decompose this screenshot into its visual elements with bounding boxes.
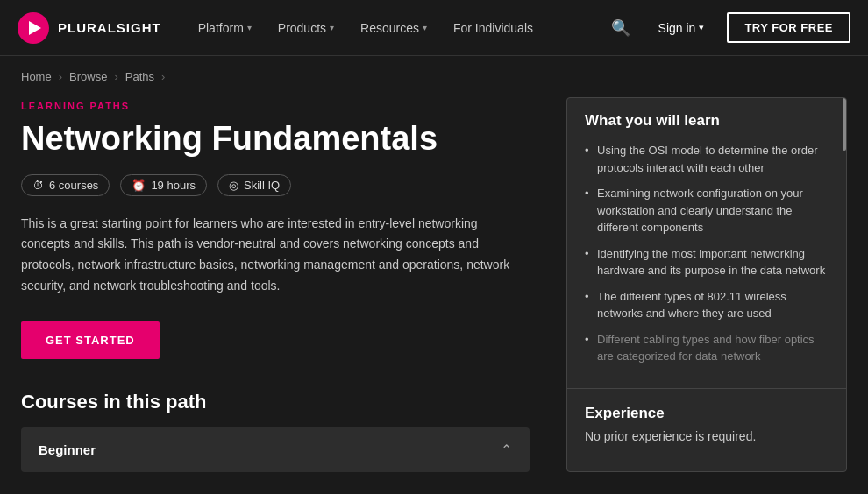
nav-links: Platform ▾ Products ▾ Resources ▾ For In…	[188, 14, 606, 42]
main-content: LEARNING PATHS Networking Fundamentals ⏱…	[0, 97, 868, 472]
breadcrumb-sep-3: ›	[161, 70, 165, 83]
experience-title: Experience	[585, 405, 829, 422]
page-title: Networking Fundamentals	[21, 120, 540, 159]
breadcrumb-sep-1: ›	[59, 70, 62, 83]
nav-for-individuals[interactable]: For Individuals	[443, 14, 544, 42]
try-free-button[interactable]: TRY FOR FREE	[727, 12, 850, 43]
get-started-button[interactable]: GET STARTED	[21, 321, 160, 359]
learn-section-title: What you will learn	[585, 112, 829, 130]
experience-section: Experience No prior experience is requir…	[567, 389, 846, 459]
nav-resources[interactable]: Resources ▾	[350, 14, 438, 42]
search-icon[interactable]: 🔍	[606, 13, 636, 43]
chevron-down-icon: ▾	[330, 23, 334, 32]
breadcrumb-home[interactable]: Home	[21, 70, 52, 83]
list-item: Using the OSI model to determine the ord…	[585, 142, 829, 176]
chevron-down-icon: ▾	[423, 23, 427, 32]
category-label: LEARNING PATHS	[21, 101, 540, 111]
breadcrumb-sep-2: ›	[114, 70, 117, 83]
nav-right: 🔍 Sign in ▾ TRY FOR FREE	[606, 12, 850, 43]
hours-badge: ⏰ 19 hours	[120, 174, 207, 196]
chevron-down-icon: ▾	[247, 23, 252, 32]
breadcrumb-browse[interactable]: Browse	[69, 70, 107, 83]
description-text: This is a great starting point for learn…	[21, 214, 530, 297]
right-panel: What you will learn Using the OSI model …	[566, 97, 847, 472]
courses-icon: ⏱	[32, 179, 44, 192]
meta-badges: ⏱ 6 courses ⏰ 19 hours ◎ Skill IQ	[21, 174, 540, 196]
chevron-down-icon: ▾	[699, 22, 704, 33]
learn-list: Using the OSI model to determine the ord…	[585, 142, 829, 365]
breadcrumb-paths[interactable]: Paths	[125, 70, 154, 83]
nav-products[interactable]: Products ▾	[267, 14, 345, 42]
sign-in-button[interactable]: Sign in ▾	[650, 16, 714, 40]
list-item: Examining network configuration on your …	[585, 185, 829, 236]
navbar: PLURALSIGHT Platform ▾ Products ▾ Resour…	[0, 0, 868, 56]
beginner-accordion[interactable]: Beginner ⌃	[21, 427, 530, 472]
logo-text: PLURALSIGHT	[58, 20, 161, 35]
experience-text: No prior experience is required.	[585, 429, 829, 443]
logo[interactable]: PLURALSIGHT	[18, 12, 161, 44]
left-column: LEARNING PATHS Networking Fundamentals ⏱…	[21, 97, 566, 472]
list-item: Identifying the most important networkin…	[585, 245, 829, 279]
courses-badge: ⏱ 6 courses	[21, 174, 110, 196]
pluralsight-logo-icon	[18, 12, 49, 44]
beginner-label: Beginner	[39, 442, 96, 457]
courses-section-title: Courses in this path	[21, 391, 540, 413]
skill-iq-icon: ◎	[229, 179, 238, 192]
nav-platform[interactable]: Platform ▾	[188, 14, 262, 42]
scrollbar[interactable]	[843, 98, 846, 151]
list-item: Different cabling types and how fiber op…	[585, 331, 829, 365]
learn-section: What you will learn Using the OSI model …	[567, 98, 846, 389]
breadcrumb: Home › Browse › Paths ›	[0, 56, 868, 97]
hours-icon: ⏰	[132, 179, 146, 192]
skill-iq-badge: ◎ Skill IQ	[217, 174, 291, 196]
chevron-up-icon: ⌃	[501, 441, 512, 458]
list-item: The different types of 802.11 wireless n…	[585, 288, 829, 322]
